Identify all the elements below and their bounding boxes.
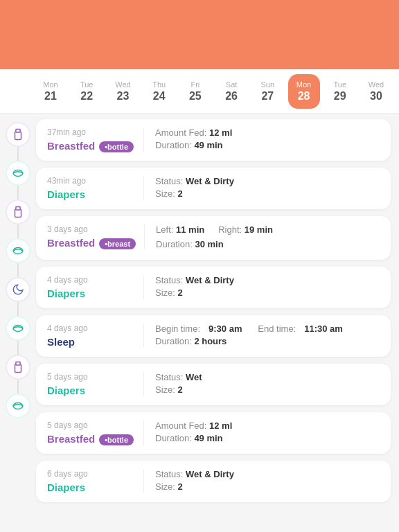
entry-type: Diapers xyxy=(47,287,135,299)
timeline-line xyxy=(17,380,19,393)
entry-type: Diapers xyxy=(47,481,135,493)
day-item-21[interactable]: Mon21 xyxy=(35,74,66,109)
timeline-line xyxy=(17,147,19,161)
entry-card-8: 6 days agoDiapersStatus: Wet & DirtySize… xyxy=(36,461,391,502)
entry-time: 3 days ago xyxy=(47,224,136,234)
svg-point-2 xyxy=(13,326,23,332)
timeline-line xyxy=(17,302,19,316)
entry-time: 5 days ago xyxy=(47,420,135,430)
svg-point-0 xyxy=(13,170,23,177)
entry-detail: Size: 2 xyxy=(155,384,380,395)
icon-group-7 xyxy=(6,355,30,393)
entry-time: 4 days ago xyxy=(47,275,135,285)
svg-point-3 xyxy=(13,403,23,409)
entry-card-1: 37min agoBreastfed•bottleAmount Fed: 12 … xyxy=(36,119,391,161)
entry-detail: Duration: 49 min xyxy=(155,433,380,443)
day-item-24[interactable]: Thu24 xyxy=(143,74,175,109)
header xyxy=(0,0,399,69)
icon-group-3 xyxy=(6,200,30,238)
entry-type: Diapers xyxy=(47,384,135,396)
day-selector: Mon21Tue22Wed23Thu24Fri25Sat26Sun27Mon28… xyxy=(0,69,399,114)
cards-column: 37min agoBreastfed•bottleAmount Fed: 12 … xyxy=(36,119,399,526)
entry-tag: •bottle xyxy=(99,434,134,445)
entry-card-5: 4 days agoSleepBegin time: 9:30 am End t… xyxy=(36,315,391,357)
entry-detail: Status: Wet & Dirty xyxy=(155,275,380,285)
icon-column xyxy=(0,119,36,526)
entry-detail: Status: Wet & Dirty xyxy=(155,176,380,186)
entry-detail: Duration: 2 hours xyxy=(155,336,380,346)
diaper-icon xyxy=(6,316,30,341)
day-item-27[interactable]: Sun27 xyxy=(251,74,283,109)
sleep-icon xyxy=(6,277,30,302)
timeline-line xyxy=(17,341,19,355)
entry-time: 43min ago xyxy=(47,176,135,186)
entry-detail: Begin time: 9:30 am End time: 11:30 am xyxy=(155,323,380,334)
day-item-30[interactable]: Wed30 xyxy=(360,74,392,109)
svg-point-1 xyxy=(13,248,23,254)
entry-time: 5 days ago xyxy=(47,372,135,382)
entry-type: Breastfed•bottle xyxy=(47,140,135,152)
entry-detail: Size: 2 xyxy=(155,287,380,298)
diaper-icon xyxy=(6,161,30,186)
bottle-icon xyxy=(6,200,30,224)
entry-card-4: 4 days agoDiapersStatus: Wet & DirtySize… xyxy=(36,267,391,308)
day-item-22[interactable]: Tue22 xyxy=(71,74,103,109)
entry-detail-duration: Duration: 30 min xyxy=(156,239,380,249)
entry-type: Sleep xyxy=(47,336,135,348)
entry-tag: •breast xyxy=(99,238,136,249)
timeline-line xyxy=(17,263,19,277)
entry-tag: •bottle xyxy=(99,141,134,152)
entry-detail: Amount Fed: 12 ml xyxy=(155,420,380,431)
timeline-line xyxy=(17,224,19,238)
timeline: 37min agoBreastfed•bottleAmount Fed: 12 … xyxy=(0,114,399,532)
days-row: Mon21Tue22Wed23Thu24Fri25Sat26Sun27Mon28… xyxy=(35,74,392,109)
entry-card-3: 3 days agoBreastfed•breastLeft: 11 minRi… xyxy=(36,216,391,260)
bottle-icon xyxy=(6,355,30,380)
diaper-icon xyxy=(6,393,30,418)
entry-detail-left: Left: 11 min xyxy=(156,224,204,235)
entry-time: 37min ago xyxy=(47,127,135,137)
entry-card-6: 5 days agoDiapersStatus: WetSize: 2 xyxy=(36,364,391,405)
icon-group-4 xyxy=(6,238,30,277)
day-item-29[interactable]: Tue29 xyxy=(324,74,356,109)
day-item-28[interactable]: Mon28 xyxy=(288,74,320,109)
entry-type: Breastfed•bottle xyxy=(47,433,135,445)
entry-time: 6 days ago xyxy=(47,469,135,479)
timeline-line xyxy=(17,186,19,200)
icon-group-1 xyxy=(6,122,30,161)
diaper-icon xyxy=(6,238,30,263)
entry-type: Diapers xyxy=(47,188,135,200)
entry-detail: Status: Wet xyxy=(155,372,380,382)
entry-detail: Status: Wet & Dirty xyxy=(155,469,380,479)
entry-detail: Size: 2 xyxy=(155,188,380,199)
entry-card-2: 43min agoDiapersStatus: Wet & DirtySize:… xyxy=(36,168,391,209)
entry-type: Breastfed•breast xyxy=(47,237,136,249)
entry-time: 4 days ago xyxy=(47,323,135,333)
day-item-23[interactable]: Wed23 xyxy=(107,74,139,109)
icon-group-6 xyxy=(6,316,30,355)
icon-group-2 xyxy=(6,161,30,200)
day-item-26[interactable]: Sat26 xyxy=(215,74,247,109)
day-item-25[interactable]: Fri25 xyxy=(179,74,211,109)
icon-group-5 xyxy=(6,277,30,316)
entry-card-7: 5 days agoBreastfed•bottleAmount Fed: 12… xyxy=(36,412,391,454)
entry-detail: Size: 2 xyxy=(155,481,380,492)
icon-group-8 xyxy=(6,393,30,418)
entry-detail-right: Right: 19 min xyxy=(218,224,273,235)
entry-detail: Amount Fed: 12 ml xyxy=(155,127,380,138)
entry-detail: Duration: 49 min xyxy=(155,140,380,150)
bottle-icon xyxy=(6,122,30,147)
